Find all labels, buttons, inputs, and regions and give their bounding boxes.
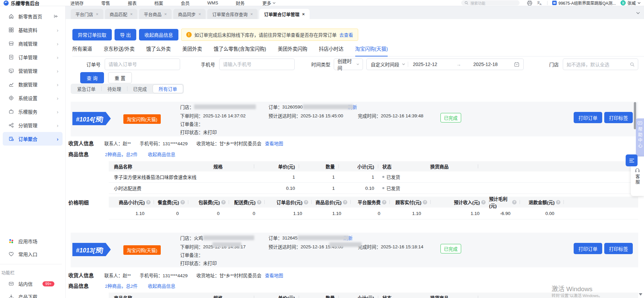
help-center-tab[interactable]: 帮助中心 [636, 118, 644, 159]
price-detail-table: 商品小计(元)? 餐盒费(元)? 包装费(元)? 配送费(元)? 订单总价(元)… [109, 197, 638, 219]
filter-done[interactable]: 已完成 [127, 85, 153, 92]
channel-taobao-flash[interactable]: 淘宝闪购(天猫) [355, 45, 388, 52]
nav-archives[interactable]: 档案 [154, 0, 163, 6]
filter-urgent[interactable]: 紧急订单 [71, 85, 101, 92]
info-icon[interactable]: ? [382, 200, 386, 204]
export-button[interactable]: 导 出 [115, 29, 136, 40]
sidebar-item-basic-data[interactable]: 基础资料› [3, 23, 63, 37]
collapse-sidebar-icon[interactable] [54, 14, 58, 19]
view-map-link[interactable]: 查看地图 [265, 272, 283, 279]
tab-aggregation-orders[interactable]: 订单聚合订单管理× [259, 9, 310, 19]
info-icon[interactable]: ? [481, 200, 486, 204]
query-button[interactable]: 查 询 [80, 72, 104, 83]
info-icon[interactable]: ? [343, 200, 347, 204]
close-icon[interactable]: × [130, 12, 133, 17]
nav-finance[interactable]: 财务 [236, 0, 245, 6]
print-label-button[interactable]: 打印标签 [604, 243, 633, 254]
sidebar-item-app-market[interactable]: 应用市场 [3, 235, 63, 248]
nav-reports[interactable]: 报表 [128, 0, 137, 6]
close-icon[interactable]: × [302, 12, 305, 17]
pull-abnormal-orders-button[interactable]: 异常订单拉取 [72, 29, 112, 40]
sidebar-item-home[interactable]: 新零售首页 [3, 10, 63, 23]
nav-wms[interactable]: WMS [207, 0, 218, 5]
scrollbar-arrow-icon[interactable] [639, 293, 642, 296]
sidebar-item-data[interactable]: 数据管理› [3, 78, 63, 91]
filter-pending[interactable]: 待处理 [102, 85, 127, 92]
order-no-label: 订单号 [86, 61, 101, 68]
info-icon[interactable]: ? [257, 200, 261, 204]
nav-retail[interactable]: 零售 [101, 0, 110, 6]
sidebar-item-marketing[interactable]: 营销管理› [3, 64, 63, 78]
info-icon[interactable]: ? [423, 200, 427, 204]
sidebar-item-settings[interactable]: 系统设置› [3, 91, 63, 105]
close-icon[interactable]: × [96, 12, 99, 17]
nav-more[interactable]: 更多 [262, 0, 276, 6]
info-icon[interactable]: ? [180, 200, 185, 204]
tab-platform-store[interactable]: 平台门店× [71, 9, 103, 19]
channel-douyin[interactable]: 抖店小时达 [319, 45, 344, 52]
channel-jd[interactable]: 京东秒送/外卖 [104, 45, 135, 52]
info-icon[interactable]: ? [556, 200, 560, 204]
store-select[interactable]: 如不选择，默认全选 [563, 59, 638, 70]
sidebar-item-downloads[interactable]: 产品下载 [3, 290, 63, 298]
info-icon[interactable]: ? [146, 200, 151, 204]
goods-count: 2种商品，总2件 [105, 282, 138, 289]
order-list-float-button[interactable] [626, 154, 638, 166]
tab-platform-product[interactable]: 平台商品× [139, 9, 172, 19]
logo-icon [3, 0, 9, 6]
info-icon[interactable]: ? [221, 200, 226, 204]
tab-strip: 平台门店× 商品匹配× 平台商品× 商品同步× 订单聚合库存查询× 订单聚合订单… [66, 6, 644, 19]
reset-button[interactable]: 重 置 [108, 72, 132, 83]
close-icon[interactable]: × [164, 12, 167, 17]
warning-link[interactable]: 去查看 [339, 31, 353, 38]
sidebar-item-orders[interactable]: 订单管理› [3, 50, 63, 64]
global-search-input[interactable]: 搜索功能 [461, 0, 520, 5]
close-icon[interactable]: × [198, 12, 201, 17]
divider [408, 62, 408, 67]
time-type-select[interactable]: 创建时间 [334, 59, 363, 70]
sidebar-item-shortcuts[interactable]: 常用入口 [3, 248, 63, 261]
end-date[interactable]: 2025-12-18 [473, 62, 498, 67]
date-range-picker[interactable]: 自定义时间段 2025-12-12 → 2025-12-18 [366, 59, 524, 70]
order-no-input[interactable] [105, 59, 180, 70]
print-label-button[interactable]: 打印标签 [604, 112, 633, 123]
tabstrip-chevron-icon[interactable] [636, 10, 640, 16]
status-dot [382, 187, 384, 189]
env-switcher[interactable]: 99675-A组新界面菜跳版QA测... [552, 0, 616, 6]
channel-meituan[interactable]: 美团外卖 [182, 45, 202, 52]
range-mode-select[interactable]: 自定义时间段 [371, 61, 399, 68]
close-icon[interactable]: × [250, 12, 253, 17]
channel-eleme[interactable]: 饿了么外卖 [146, 45, 171, 52]
channel-eleme-retail[interactable]: 饿了么零售(含淘宝闪购) [214, 45, 266, 52]
collapse-goods-link[interactable]: 收起商品信息 [148, 282, 175, 289]
user-menu[interactable]: 张 张威 [621, 0, 641, 6]
printer-icon[interactable] [527, 1, 532, 5]
start-date[interactable]: 2025-12-12 [413, 62, 437, 67]
info-icon[interactable]: ? [304, 200, 308, 204]
avatar: 张 [621, 0, 626, 5]
channel-meituan-flash[interactable]: 美团外卖闪购 [278, 45, 307, 52]
print-order-button[interactable]: 打印订单 [574, 112, 602, 123]
print-order-button[interactable]: 打印订单 [574, 243, 602, 254]
sidebar-item-distribution[interactable]: 分销管理› [3, 118, 63, 132]
tab-product-match[interactable]: 商品匹配× [105, 9, 138, 19]
sidebar-item-order-aggregation[interactable]: 订单聚合› [3, 132, 63, 146]
phone-input[interactable] [219, 59, 295, 70]
tab-product-sync[interactable]: 商品同步× [173, 9, 206, 19]
app-logo[interactable]: 乐檬零售后台 [3, 0, 66, 6]
nav-inventory[interactable]: 进销存 [70, 0, 84, 6]
tab-aggregation-stock[interactable]: 订单聚合库存查询× [207, 9, 258, 19]
filter-all[interactable]: 所有订单 [153, 84, 183, 93]
collapse-products-button[interactable]: 收起商品信息 [139, 29, 178, 40]
translate-icon[interactable]: 文A [537, 1, 542, 5]
info-icon[interactable]: ? [512, 200, 517, 204]
view-map-link[interactable]: 查看地图 [265, 140, 283, 147]
collapse-goods-link[interactable]: 收起商品信息 [148, 151, 175, 158]
channel-all[interactable]: 所有渠道 [72, 45, 92, 52]
svg-text:A: A [540, 3, 542, 5]
sidebar-item-lemon-service[interactable]: 乐檬服务› [3, 105, 63, 118]
sidebar-item-inbox[interactable]: 站内信 99+ [3, 277, 63, 290]
headset-icon [635, 168, 640, 173]
sidebar-item-mall[interactable]: 商城管理› [3, 37, 63, 50]
nav-members[interactable]: 会员 [181, 0, 190, 6]
